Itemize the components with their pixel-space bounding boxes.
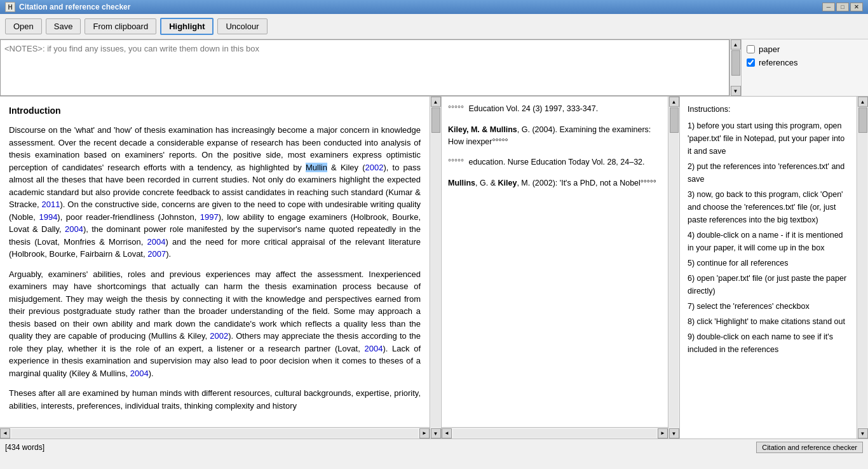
ref-entry-1: °°°°° Education Vol. 24 (3) 1997, 333-34…	[448, 103, 661, 115]
left-scroll-thumb[interactable]	[431, 107, 440, 133]
middle-horiz-track	[453, 429, 656, 438]
ref-text-4b: , M. (2002): 'It's a PhD, not a Nobel°°°…	[517, 179, 656, 187]
citation-2011[interactable]: 2011	[42, 200, 60, 209]
highlight-button[interactable]: Highlight	[160, 18, 214, 35]
ref-author-kiley-2: Kiley	[498, 179, 517, 187]
middle-scroll-right[interactable]: ►	[658, 428, 668, 438]
references-checkbox[interactable]	[747, 58, 755, 67]
ref-bullet-3: °°°°°	[448, 158, 464, 167]
instructions-title: Instructions:	[688, 103, 849, 116]
middle-horiz-scrollbar[interactable]: ◄ ►	[442, 427, 668, 438]
middle-column: °°°°° Education Vol. 24 (3) 1997, 333-34…	[442, 97, 680, 438]
scroll-left-arrow[interactable]: ◄	[0, 428, 10, 438]
app-icon: H	[5, 2, 15, 12]
ref-entry-2: Kiley, M. & Mullins, G. (2004). Examinin…	[448, 124, 661, 148]
left-scroll-down[interactable]: ▼	[431, 428, 441, 438]
middle-scroll-down[interactable]: ▼	[669, 428, 679, 438]
left-scroll-track	[431, 107, 440, 428]
paper-checkbox[interactable]	[747, 45, 755, 53]
app-name-status: Citation and reference checker	[756, 442, 863, 453]
columns-area: Introduction Discourse on the 'what' and…	[0, 97, 868, 438]
maximize-button[interactable]: □	[836, 3, 849, 11]
middle-vert-scrollbar[interactable]: ▲ ▼	[668, 97, 679, 438]
left-col-inner: Introduction Discourse on the 'what' and…	[0, 97, 430, 438]
right-col-inner: Instructions: 1) before you start using …	[680, 97, 857, 438]
paper-label[interactable]: paper	[759, 44, 780, 54]
scroll-thumb[interactable]	[731, 50, 740, 76]
ref-author-mullins-1: Mullins	[490, 125, 517, 134]
from-clipboard-button[interactable]: From clipboard	[85, 18, 156, 34]
left-scroll-up[interactable]: ▲	[431, 97, 441, 107]
window-controls: ─ □ ✕	[822, 3, 863, 11]
ref-entry-3: °°°°° education. Nurse Education Today V…	[448, 156, 661, 168]
uncolour-button[interactable]: Uncolour	[217, 18, 267, 34]
open-button[interactable]: Open	[5, 18, 42, 34]
right-scroll-down[interactable]: ▼	[858, 428, 868, 438]
word-count: [434 words]	[5, 443, 44, 452]
paragraph-3: Theses after all are examined by human m…	[9, 387, 421, 412]
scroll-down-arrow[interactable]: ▼	[731, 86, 741, 96]
ref-bullet-1: °°°°°	[448, 104, 464, 113]
scroll-up-arrow[interactable]: ▲	[731, 39, 741, 50]
instruction-step-1: 1) before you start using this program, …	[688, 119, 849, 158]
citation-2004-4[interactable]: 2004	[130, 369, 149, 378]
references-text-area[interactable]: °°°°° Education Vol. 24 (3) 1997, 333-34…	[442, 97, 668, 427]
title-bar: H Citation and reference checker ─ □ ✕	[0, 0, 868, 14]
scroll-track	[731, 50, 740, 85]
citation-2004-2[interactable]: 2004	[147, 237, 166, 247]
left-column: Introduction Discourse on the 'what' and…	[0, 97, 442, 438]
close-button[interactable]: ✕	[850, 3, 863, 11]
ref-author-mullins-2: Mullins	[448, 179, 475, 187]
citation-1994[interactable]: 1994	[39, 212, 57, 222]
citation-1997[interactable]: 1997	[200, 212, 219, 222]
instruction-step-8: 8) click 'Highlight' to make citations s…	[688, 315, 849, 328]
right-vert-scrollbar[interactable]: ▲ ▼	[857, 97, 868, 438]
right-scroll-track	[858, 107, 867, 428]
main-text-area[interactable]: Introduction Discourse on the 'what' and…	[0, 97, 430, 427]
left-scroll-wrapper: Introduction Discourse on the 'what' and…	[0, 97, 441, 438]
citation-2002-1[interactable]: 2002	[365, 163, 384, 172]
minimize-button[interactable]: ─	[822, 3, 835, 11]
left-horiz-track	[11, 429, 418, 438]
intro-heading: Introduction	[9, 104, 421, 118]
instructions-area: Instructions: 1) before you start using …	[680, 97, 857, 438]
citation-2002-2[interactable]: 2002	[210, 331, 228, 341]
left-horiz-scrollbar[interactable]: ◄ ►	[0, 427, 430, 438]
references-label[interactable]: references	[759, 58, 797, 67]
paragraph-2: Arguably, examiners' abilities, roles an…	[9, 268, 421, 380]
save-button[interactable]: Save	[46, 18, 81, 34]
instruction-step-9: 9) double-click on each name to see if i…	[688, 330, 849, 356]
middle-scroll-up[interactable]: ▲	[669, 97, 679, 107]
window-title: Citation and reference checker	[19, 3, 130, 11]
scroll-right-arrow[interactable]: ►	[419, 428, 430, 438]
right-column: Instructions: 1) before you start using …	[680, 97, 868, 438]
notes-area: ▲ ▼ paper references	[0, 39, 868, 97]
notes-scrollbar[interactable]: ▲ ▼	[729, 39, 741, 96]
citation-2004-3[interactable]: 2004	[364, 344, 383, 353]
middle-scroll-left[interactable]: ◄	[442, 428, 452, 438]
ref-entry-4: Mullins, G. & Kiley, M. (2002): 'It's a …	[448, 177, 661, 189]
paper-checkbox-item: paper	[747, 44, 863, 54]
citation-2004-1[interactable]: 2004	[65, 224, 83, 234]
ref-text-4a: , G. &	[475, 179, 498, 187]
instruction-step-7: 7) select the 'references' checkbox	[688, 300, 849, 313]
references-checkbox-item: references	[747, 58, 863, 67]
middle-scroll-wrapper: °°°°° Education Vol. 24 (3) 1997, 333-34…	[442, 97, 679, 438]
right-scroll-thumb[interactable]	[858, 107, 867, 133]
middle-col-inner: °°°°° Education Vol. 24 (3) 1997, 333-34…	[442, 97, 668, 438]
paragraph-1: Discourse on the 'what' and 'how' of the…	[9, 124, 421, 261]
left-vert-scrollbar[interactable]: ▲ ▼	[430, 97, 441, 438]
instruction-step-6: 6) open 'paper.txt' file (or just paste …	[688, 272, 849, 297]
middle-scroll-track	[669, 107, 679, 428]
right-scroll-wrapper: Instructions: 1) before you start using …	[680, 97, 868, 438]
checkboxes-panel: paper references	[741, 39, 868, 96]
right-scroll-up[interactable]: ▲	[858, 97, 868, 107]
mullin-highlight: Mullin	[306, 163, 327, 172]
citation-2007[interactable]: 2007	[147, 249, 166, 259]
notes-textarea[interactable]	[0, 39, 729, 96]
ref-text-3: education. Nurse Education Today Vol. 28…	[468, 158, 644, 167]
middle-scroll-thumb[interactable]	[670, 107, 679, 133]
instruction-step-4: 4) double-click on a name - if it is men…	[688, 229, 849, 254]
instruction-step-5: 5) continue for all references	[688, 257, 849, 269]
toolbar: Open Save From clipboard Highlight Uncol…	[0, 14, 868, 39]
